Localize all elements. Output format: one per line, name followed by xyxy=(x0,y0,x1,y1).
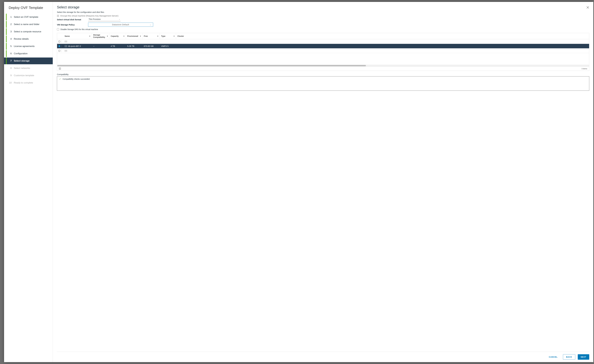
storage-policy-value: Datastore Default xyxy=(112,24,129,26)
wizard-sidebar: Deploy OVF Template 1Select an OVF templ… xyxy=(4,2,53,116)
step-label: Review details xyxy=(14,38,29,40)
wizard-step-list: 1Select an OVF template2Select a name an… xyxy=(4,13,53,86)
disable-drs-row: Disable Storage DRS for this virtual mac… xyxy=(57,28,190,30)
wizard-step-5[interactable]: 5License agreements xyxy=(4,43,53,50)
row-radio[interactable] xyxy=(58,45,60,47)
wizard-step-7[interactable]: 7Select storage xyxy=(4,57,53,65)
deploy-ovf-modal: Deploy OVF Template 1Select an OVF templ… xyxy=(4,2,190,116)
step-number: 3 xyxy=(8,30,12,33)
filter-icon[interactable]: ▼ xyxy=(123,35,125,37)
col-name[interactable]: Name ▼ xyxy=(63,33,92,39)
col-provisioned[interactable]: Provisioned ▼ xyxy=(126,33,142,39)
row-type: VMFS 5 xyxy=(160,45,176,47)
step-number: 1 xyxy=(8,16,12,18)
datastore-row[interactable] xyxy=(57,39,190,44)
col-free[interactable]: Free ▼ xyxy=(142,33,160,39)
step-number: 8 xyxy=(8,67,12,70)
row-radio[interactable] xyxy=(58,50,60,52)
step-label: Ready to complete xyxy=(14,81,33,84)
col-cluster[interactable]: Cluster xyxy=(176,33,190,39)
step-label: Select storage xyxy=(14,59,30,62)
filter-icon[interactable]: ▼ xyxy=(107,35,108,37)
wizard-step-8: 8Select networks xyxy=(4,65,53,72)
datastore-table-header: Name ▼ Storage Compatibility ▼ Capacity … xyxy=(57,33,190,39)
compatibility-box: ✓ Compatibility checks succeeded. xyxy=(57,76,190,91)
vdisk-format-row: Select virtual disk format Thin Provisio… xyxy=(57,18,190,21)
datastore-icon xyxy=(65,45,67,47)
col-provisioned-label: Provisioned xyxy=(127,35,138,37)
filter-icon[interactable]: ▼ xyxy=(173,35,175,37)
step-number: 2 xyxy=(8,23,12,26)
step-number: 6 xyxy=(8,52,12,55)
datastore-icon xyxy=(65,50,67,52)
page-subtitle: Select the storage for the configuration… xyxy=(57,11,190,13)
col-storage-compat[interactable]: Storage Compatibility ▼ xyxy=(92,33,109,39)
col-capacity[interactable]: Capacity ▼ xyxy=(109,33,126,39)
chevron-down-icon: ⌄ xyxy=(150,24,151,26)
step-label: Select an OVF template xyxy=(14,16,38,18)
storage-policy-row: VM Storage Policy Datastore Default ⌄ xyxy=(57,23,190,27)
datastore-table: Name ▼ Storage Compatibility ▼ Capacity … xyxy=(57,33,190,71)
encrypt-vm-row: Encrypt this virtual machine (Requires K… xyxy=(57,15,190,17)
wizard-title: Deploy OVF Template xyxy=(4,6,53,13)
step-label: Configuration xyxy=(14,52,27,55)
datastore-row[interactable]: ds-pure-d87-2--4 TB5.26 TB670.83 GBVMFS … xyxy=(57,44,190,48)
step-label: License agreements xyxy=(14,45,34,48)
filter-icon[interactable]: ▼ xyxy=(89,35,91,37)
wizard-step-10: 10Ready to complete xyxy=(4,79,53,86)
col-name-label: Name xyxy=(65,35,70,37)
filter-icon[interactable]: ▼ xyxy=(140,35,141,37)
row-free: 670.83 GB xyxy=(142,45,160,47)
wizard-step-1[interactable]: 1Select an OVF template xyxy=(4,13,53,21)
row-provisioned: 5.26 TB xyxy=(126,45,142,47)
vdisk-format-select[interactable]: Thin Provision ⌄ xyxy=(88,18,121,21)
wizard-main-panel: Select storage Select the storage for th… xyxy=(53,2,190,116)
wizard-step-4[interactable]: 4Review details xyxy=(4,35,53,43)
horizontal-scrollbar[interactable] xyxy=(57,65,190,67)
check-icon: ✓ xyxy=(59,78,61,80)
step-label: Select a name and folder xyxy=(14,23,40,26)
column-picker-icon[interactable] xyxy=(59,68,61,70)
row-radio[interactable] xyxy=(58,40,60,43)
step-number: 5 xyxy=(8,45,12,48)
col-type-label: Type xyxy=(161,35,165,37)
step-label: Select a compute resource xyxy=(14,30,41,33)
vdisk-format-label: Select virtual disk format xyxy=(57,18,88,21)
chevron-down-icon: ⌄ xyxy=(119,18,120,20)
row-storage-compat: -- xyxy=(92,45,109,47)
step-number: 4 xyxy=(8,38,12,40)
storage-policy-select[interactable]: Datastore Default ⌄ xyxy=(88,23,153,27)
compatibility-label: Compatibility xyxy=(57,73,190,76)
step-label: Select networks xyxy=(14,67,30,70)
step-number: 7 xyxy=(8,59,12,62)
datastore-rows: ds-pure-d87-2--4 TB5.26 TB670.83 GBVMFS … xyxy=(57,39,190,65)
row-name: ds-pure-d87-2 xyxy=(68,45,81,47)
wizard-step-2[interactable]: 2Select a name and folder xyxy=(4,21,53,28)
scrollbar-thumb[interactable] xyxy=(57,65,190,66)
step-number: 9 xyxy=(8,74,12,77)
disable-drs-checkbox[interactable] xyxy=(57,28,59,30)
wizard-step-6[interactable]: 6Configuration xyxy=(4,50,53,57)
wizard-step-9: 9Customize template xyxy=(4,72,53,79)
datastore-row[interactable] xyxy=(57,48,190,53)
encrypt-label: Encrypt this virtual machine (Requires K… xyxy=(61,15,118,17)
encrypt-checkbox-disabled xyxy=(57,15,59,17)
compatibility-message: Compatibility checks succeeded. xyxy=(63,78,90,80)
col-storage-compat-label: Storage Compatibility xyxy=(93,34,108,38)
step-number: 10 xyxy=(8,81,12,84)
page-title: Select storage xyxy=(57,5,190,9)
storage-policy-label: VM Storage Policy xyxy=(57,24,88,26)
vdisk-format-value: Thin Provision xyxy=(89,18,101,20)
row-capacity: 4 TB xyxy=(109,45,126,47)
wizard-step-3[interactable]: 3Select a compute resource xyxy=(4,28,53,35)
step-label: Customize template xyxy=(14,74,34,77)
col-free-label: Free xyxy=(144,35,148,37)
datastore-icon xyxy=(65,41,67,42)
datastore-table-footer: 3 items xyxy=(57,67,190,71)
filter-icon[interactable]: ▼ xyxy=(157,35,159,37)
col-capacity-label: Capacity xyxy=(111,35,119,37)
disable-drs-label: Disable Storage DRS for this virtual mac… xyxy=(61,28,98,30)
col-type[interactable]: Type ▼ xyxy=(160,33,176,39)
col-cluster-label: Cluster xyxy=(177,35,184,37)
